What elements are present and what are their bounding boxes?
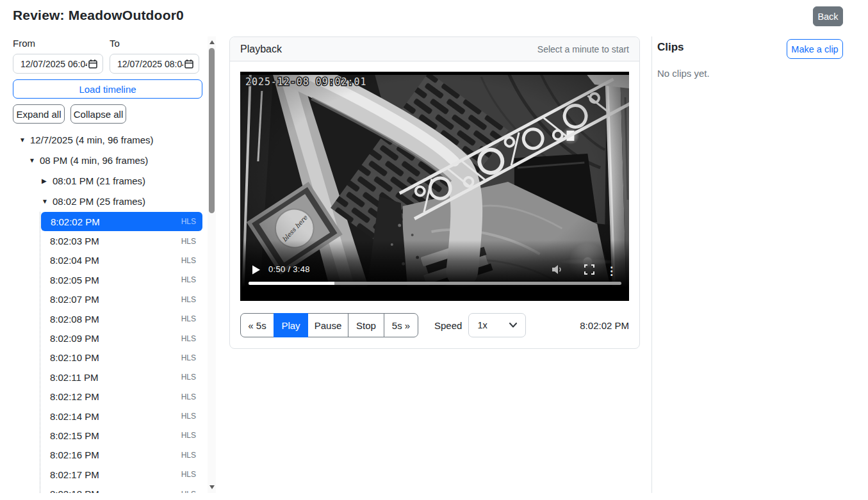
back-button[interactable]: Back — [813, 6, 843, 26]
chevron-down-icon — [509, 323, 517, 328]
frame-row[interactable]: 8:02:17 PM HLS — [40, 465, 202, 484]
make-clip-button[interactable]: Make a clip — [787, 39, 843, 59]
video-progress-bar[interactable] — [249, 282, 621, 285]
expand-all-button[interactable]: Expand all — [13, 104, 65, 124]
caret-down-icon: ▼ — [19, 136, 30, 143]
volume-icon[interactable] — [551, 264, 564, 275]
frame-time: 8:02:16 PM — [50, 449, 181, 460]
video-progress-fill — [249, 282, 334, 285]
video-play-icon[interactable] — [252, 265, 261, 275]
back-5s-button[interactable]: « 5s — [240, 313, 274, 337]
frame-format-badge: HLS — [181, 451, 196, 460]
frame-format-badge: HLS — [181, 490, 196, 493]
tree-node-label: 08 PM (4 min, 96 frames) — [40, 155, 148, 166]
playback-hint: Select a minute to start — [537, 44, 629, 54]
frame-row[interactable]: 8:02:11 PM HLS — [40, 367, 202, 387]
tree-node-minute-0802[interactable]: ▼ 08:02 PM (25 frames) — [42, 194, 145, 208]
frame-row[interactable]: 8:02:10 PM HLS — [40, 348, 202, 367]
frame-row[interactable]: 8:02:12 PM HLS — [40, 387, 202, 407]
caret-down-icon: ▼ — [42, 198, 53, 205]
tree-node-day[interactable]: ▼ 12/7/2025 (4 min, 96 frames) — [19, 133, 154, 147]
speed-select[interactable]: 1x — [468, 313, 526, 337]
frame-time: 8:02:03 PM — [50, 236, 181, 246]
tree-node-label: 08:02 PM (25 frames) — [53, 196, 145, 207]
play-button[interactable]: Play — [274, 313, 308, 337]
frame-format-badge: HLS — [181, 217, 196, 226]
from-datetime-input[interactable]: 12/07/2025 06:04 — [13, 54, 103, 74]
playback-header: Playback Select a minute to start — [230, 37, 639, 61]
tree-node-hour[interactable]: ▼ 08 PM (4 min, 96 frames) — [29, 153, 148, 167]
load-timeline-button[interactable]: Load timeline — [13, 79, 202, 99]
playback-title: Playback — [240, 44, 282, 55]
frame-format-badge: HLS — [181, 392, 196, 401]
frame-time: 8:02:05 PM — [50, 275, 181, 286]
frame-time: 8:02:18 PM — [50, 488, 181, 493]
to-label: To — [110, 38, 120, 49]
video-menu-icon[interactable]: ⋮ — [606, 266, 617, 277]
frame-time: 8:02:09 PM — [50, 333, 181, 344]
frame-row[interactable]: 8:02:14 PM HLS — [40, 407, 202, 426]
current-frame-time: 8:02:02 PM — [580, 320, 629, 331]
frame-format-badge: HLS — [181, 314, 196, 323]
clips-title: Clips — [657, 41, 684, 54]
scroll-down-icon[interactable] — [208, 483, 216, 492]
frame-time: 8:02:11 PM — [50, 372, 181, 383]
frame-row[interactable]: 8:02:16 PM HLS — [40, 446, 202, 465]
frame-format-badge: HLS — [181, 295, 196, 304]
video-player[interactable]: bless here 2025-12-08 09:02:01 — [240, 72, 629, 301]
fullscreen-icon[interactable] — [584, 264, 594, 275]
to-datetime-input[interactable]: 12/07/2025 08:04 — [110, 54, 199, 74]
frame-format-badge: HLS — [181, 353, 196, 362]
frame-time: 8:02:08 PM — [50, 314, 181, 325]
from-datetime-value: 12/07/2025 06:04 — [20, 59, 87, 69]
review-page: Review: MeadowOutdoor0 Back From To 12/0… — [0, 0, 868, 500]
collapse-all-button[interactable]: Collapse all — [70, 104, 126, 124]
timeline-panel: From To 12/07/2025 06:04 12/07/2025 08:0… — [13, 36, 202, 493]
speed-label: Speed — [434, 320, 462, 331]
frame-format-badge: HLS — [181, 256, 196, 265]
tree-node-label: 08:01 PM (21 frames) — [53, 175, 145, 186]
frame-row[interactable]: 8:02:15 PM HLS — [40, 426, 202, 445]
speed-value: 1x — [477, 320, 487, 330]
frame-format-badge: HLS — [181, 275, 196, 284]
caret-down-icon: ▼ — [29, 157, 40, 164]
tree-node-label: 12/7/2025 (4 min, 96 frames) — [30, 134, 154, 145]
frame-row[interactable]: 8:02:03 PM HLS — [40, 231, 202, 250]
timeline-scrollbar[interactable] — [208, 36, 216, 493]
frame-row[interactable]: 8:02:07 PM HLS — [40, 290, 202, 309]
frame-row[interactable]: 8:02:18 PM HLS — [40, 484, 202, 493]
playback-body: bless here 2025-12-08 09:02:01 — [230, 61, 639, 348]
to-datetime-value: 12/07/2025 08:04 — [117, 59, 183, 69]
frame-row[interactable]: 8:02:02 PM HLS — [41, 212, 202, 231]
scrollbar-thumb[interactable] — [209, 48, 215, 213]
frame-time: 8:02:15 PM — [50, 430, 181, 441]
frames-list: 8:02:02 PM HLS 8:02:03 PM HLS 8:02:04 PM… — [40, 212, 202, 493]
clips-empty-text: No clips yet. — [657, 68, 843, 79]
caret-right-icon: ▶ — [42, 177, 53, 184]
video-time-display: 0:50 / 3:48 — [268, 264, 310, 274]
tree-node-minute-0801[interactable]: ▶ 08:01 PM (21 frames) — [42, 173, 145, 188]
page-title: Review: MeadowOutdoor0 — [13, 8, 184, 23]
frame-row[interactable]: 8:02:04 PM HLS — [40, 251, 202, 270]
stop-button[interactable]: Stop — [348, 313, 384, 337]
frame-row[interactable]: 8:02:05 PM HLS — [40, 270, 202, 289]
scroll-up-icon[interactable] — [208, 38, 216, 47]
playback-controls: « 5s Play Pause Stop 5s » Speed 1x 8:02:… — [240, 313, 629, 337]
frame-time: 8:02:12 PM — [50, 391, 181, 402]
frame-time: 8:02:10 PM — [50, 352, 181, 363]
pause-button[interactable]: Pause — [307, 313, 348, 337]
video-osd-timestamp: 2025-12-08 09:02:01 — [245, 76, 367, 88]
frame-row[interactable]: 8:02:09 PM HLS — [40, 328, 202, 348]
frame-format-badge: HLS — [181, 373, 196, 382]
clips-header: Clips Make a clip — [657, 36, 843, 59]
frame-time: 8:02:07 PM — [50, 294, 181, 305]
frame-time: 8:02:14 PM — [50, 411, 181, 422]
clips-panel: Clips Make a clip No clips yet. — [651, 36, 868, 493]
frame-time: 8:02:17 PM — [50, 469, 181, 480]
calendar-icon[interactable] — [184, 59, 193, 69]
forward-5s-button[interactable]: 5s » — [384, 313, 418, 337]
frame-row[interactable]: 8:02:08 PM HLS — [40, 309, 202, 328]
frame-time: 8:02:04 PM — [50, 255, 181, 266]
calendar-icon[interactable] — [88, 59, 97, 69]
frame-format-badge: HLS — [181, 470, 196, 479]
